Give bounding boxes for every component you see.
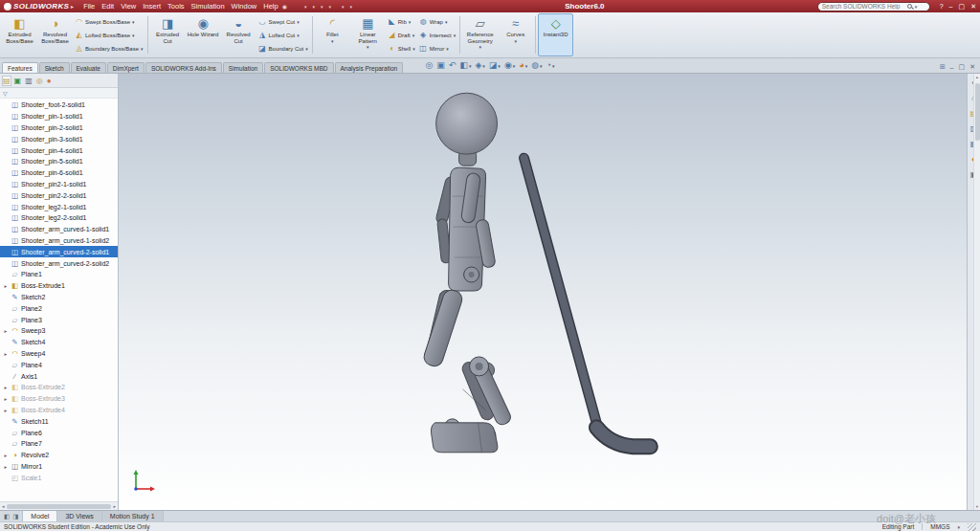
expand-arrow-icon[interactable] — [3, 158, 9, 165]
tree-horizontal-scrollbar[interactable] — [0, 501, 118, 510]
tree-item[interactable]: Revolve2 — [0, 450, 118, 461]
tree-item[interactable]: Shooter_arm_curved-1-solid1 — [0, 224, 118, 235]
expand-arrow-icon[interactable] — [3, 124, 9, 131]
expand-arrow-icon[interactable] — [3, 350, 9, 357]
options-button[interactable] — [349, 2, 353, 11]
expand-arrow-icon[interactable] — [3, 317, 9, 323]
scroll-right-icon[interactable] — [113, 503, 116, 509]
search-caret-icon[interactable] — [915, 2, 918, 11]
tree-vertical-scrollbar[interactable] — [973, 74, 980, 510]
help-button[interactable] — [940, 3, 944, 10]
display-style-button[interactable] — [489, 60, 501, 70]
ribbon-button-fillet[interactable]: Fillet — [315, 13, 350, 56]
menu-item[interactable]: Edit — [101, 2, 114, 11]
scroll-down-icon[interactable] — [976, 504, 978, 509]
command-tab[interactable]: Evaluate — [71, 62, 106, 73]
ribbon-button-lofted-boss-base[interactable]: Lofted Boss/Base — [75, 29, 144, 41]
previous-view-button[interactable] — [449, 60, 457, 70]
expand-arrow-icon[interactable] — [3, 294, 9, 300]
expand-arrow-icon[interactable] — [3, 384, 9, 390]
expand-arrow-icon[interactable] — [3, 260, 9, 267]
ribbon-button-revolved-boss-base[interactable]: Revolved Boss/Base — [37, 13, 73, 56]
tree-item[interactable]: Plane6 — [0, 427, 118, 438]
tree-item[interactable]: Shooter_foot-2-solid1 — [0, 100, 118, 111]
zoom-to-fit-button[interactable] — [425, 60, 433, 70]
logo-caret-icon[interactable] — [71, 2, 74, 11]
pin-icon[interactable] — [282, 2, 287, 11]
apply-scene-button[interactable] — [531, 60, 542, 70]
resize-grip[interactable] — [968, 523, 976, 531]
expand-arrow-icon[interactable] — [3, 463, 9, 470]
tree-item[interactable]: Shooter_pin-3-solid1 — [0, 133, 118, 144]
scrollbar-thumb[interactable] — [7, 504, 112, 509]
expand-arrow-icon[interactable] — [3, 147, 9, 154]
scroll-left-icon[interactable] — [2, 503, 5, 509]
graphics-viewport[interactable] — [119, 74, 967, 510]
expand-arrow-icon[interactable] — [3, 226, 9, 232]
hide-show-items-button[interactable] — [504, 60, 515, 70]
tree-item[interactable]: Plane4 — [0, 359, 118, 370]
expand-arrow-icon[interactable] — [3, 362, 9, 368]
tree-item[interactable]: Plane3 — [0, 314, 118, 325]
tree-item[interactable]: Sweep3 — [0, 325, 118, 337]
menu-item[interactable]: Insert — [143, 2, 161, 11]
scroll-up-icon[interactable] — [976, 75, 978, 79]
ribbon-button-intersect[interactable]: Intersect — [419, 29, 457, 41]
ribbon-button-swept-cut[interactable]: Swept Cut — [258, 15, 308, 28]
filter-icon[interactable] — [3, 89, 8, 98]
command-tab[interactable]: Simulation — [223, 62, 263, 73]
tree-item[interactable]: Scale1 — [0, 472, 118, 483]
tree-item[interactable]: Plane1 — [0, 269, 118, 280]
tree-item[interactable]: Plane2 — [0, 302, 118, 314]
expand-arrow-icon[interactable] — [3, 418, 9, 425]
command-tab[interactable]: Features — [2, 62, 38, 73]
save-button[interactable] — [311, 2, 315, 11]
menu-item[interactable]: Tools — [167, 2, 185, 11]
menu-item[interactable]: Simulation — [191, 2, 225, 11]
menu-item[interactable]: File — [83, 2, 95, 11]
tree-item[interactable]: Sweep4 — [0, 348, 118, 360]
ribbon-button-wrap[interactable]: Wrap — [419, 15, 457, 28]
tree-item[interactable]: Shooter_pin-2-solid1 — [0, 122, 118, 134]
ribbon-button-rib[interactable]: Rib — [388, 15, 415, 28]
command-tab[interactable]: Sketch — [39, 62, 70, 73]
tree-item[interactable]: Shooter_pin2-2-solid1 — [0, 189, 118, 201]
view-orientation-button[interactable] — [475, 60, 484, 70]
tree-item[interactable]: Plane7 — [0, 438, 118, 450]
tree-item[interactable]: Shooter_arm_curved-2-solid2 — [0, 257, 118, 269]
expand-arrow-icon[interactable] — [3, 237, 9, 244]
tree-item[interactable]: Shooter_pin-5-solid1 — [0, 156, 118, 167]
propertymanager-tab[interactable] — [14, 77, 22, 85]
dimxpertmanager-tab[interactable] — [36, 77, 43, 85]
featuremanager-tab[interactable] — [3, 77, 11, 85]
expand-arrow-icon[interactable] — [3, 113, 9, 120]
expand-arrow-icon[interactable] — [3, 214, 9, 221]
command-tab[interactable]: SOLIDWORKS Add-Ins — [145, 62, 222, 73]
ribbon-button-lofted-cut[interactable]: Lofted Cut — [258, 29, 308, 41]
ribbon-button-mirror[interactable]: Mirror — [419, 42, 457, 55]
menu-item[interactable]: Window — [232, 2, 257, 11]
menu-item[interactable]: Help — [263, 2, 278, 11]
section-view-button[interactable] — [459, 60, 471, 70]
expand-arrow-icon[interactable] — [3, 192, 9, 199]
view-settings-button[interactable] — [546, 60, 555, 70]
open-file-button[interactable] — [303, 2, 307, 11]
split-view-horizontal-button[interactable] — [4, 513, 10, 520]
expand-arrow-icon[interactable] — [3, 452, 9, 458]
command-tab[interactable]: Analysis Preparation — [335, 62, 404, 73]
tree-item[interactable]: Shooter_pin-4-solid1 — [0, 144, 118, 156]
tree-item[interactable]: Shooter_leg2-1-solid1 — [0, 201, 118, 212]
tree-item[interactable]: Boss-Extrude2 — [0, 382, 118, 393]
scrollbar-thumb[interactable] — [975, 83, 980, 141]
expand-arrow-icon[interactable] — [3, 169, 9, 176]
search-input[interactable] — [822, 3, 904, 10]
tree-item[interactable]: Boss-Extrude4 — [0, 405, 118, 416]
document-tab[interactable]: Motion Study 1 — [102, 511, 164, 521]
tree-item[interactable]: Sketch11 — [0, 415, 118, 427]
doc-minimize-button[interactable] — [950, 64, 954, 71]
rebuild-button[interactable] — [341, 2, 345, 11]
ribbon-button-draft[interactable]: Draft — [388, 29, 415, 41]
tree-item[interactable]: Axis1 — [0, 370, 118, 382]
ribbon-button-boundary-cut[interactable]: Boundary Cut — [258, 42, 308, 55]
expand-arrow-icon[interactable] — [3, 475, 9, 481]
